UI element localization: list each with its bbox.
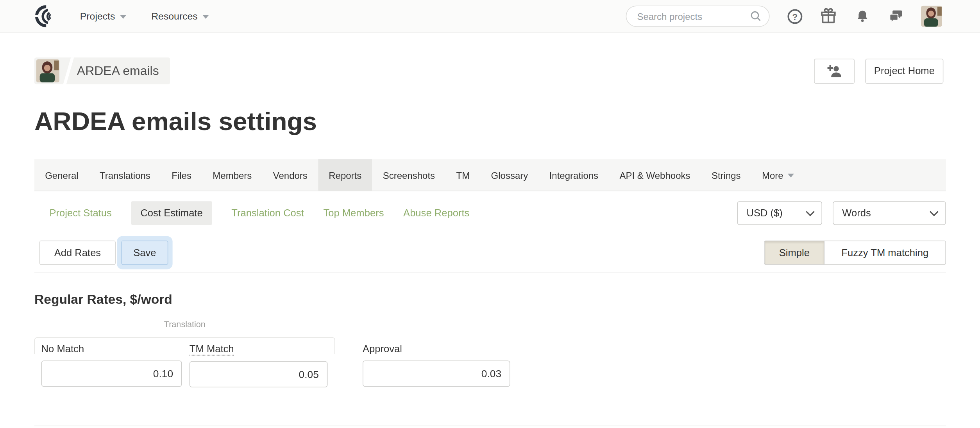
header-actions: Project Home: [814, 59, 943, 84]
rates-action-row: Add Rates Save Simple Fuzzy TM matching: [34, 240, 946, 266]
tm-match-label: TM Match: [190, 344, 234, 355]
chevron-down-icon: [203, 15, 209, 19]
page-title: ARDEA emails settings: [34, 107, 946, 136]
approval-field: Approval: [363, 344, 510, 387]
matching-mode-toggle: Simple Fuzzy TM matching: [764, 241, 946, 265]
top-nav: Projects Resources ?: [0, 0, 980, 33]
save-button[interactable]: Save: [121, 241, 168, 265]
tab-files[interactable]: Files: [161, 159, 202, 191]
chevron-down-icon: [788, 174, 794, 178]
no-match-label: No Match: [41, 344, 84, 355]
project-avatar: [36, 59, 59, 82]
invite-member-button[interactable]: [814, 59, 855, 84]
mode-simple-button[interactable]: Simple: [765, 241, 824, 264]
report-filters: USD ($) Words: [737, 201, 946, 225]
add-rates-button[interactable]: Add Rates: [39, 241, 116, 265]
breadcrumb-project-name: ARDEA emails: [77, 64, 159, 78]
reports-subtabs: Project Status Cost Estimate Translation…: [34, 201, 946, 225]
subtab-translation-cost[interactable]: Translation Cost: [231, 207, 304, 219]
tab-more-label: More: [762, 170, 783, 180]
resources-menu[interactable]: Resources: [151, 11, 209, 22]
subtab-abuse-reports[interactable]: Abuse Reports: [403, 207, 469, 219]
tab-screenshots[interactable]: Screenshots: [372, 159, 445, 191]
currency-select-value: USD ($): [746, 207, 782, 219]
add-person-icon: [826, 63, 842, 78]
subtab-project-status[interactable]: Project Status: [49, 207, 111, 219]
page: Projects Resources ?: [0, 0, 980, 428]
chevron-down-icon: [930, 207, 939, 216]
tm-match-input[interactable]: [190, 361, 328, 387]
section-divider: [34, 272, 946, 273]
unit-select-value: Words: [842, 207, 871, 219]
no-match-field: No Match: [41, 344, 182, 387]
projects-menu[interactable]: Projects: [80, 11, 126, 22]
tab-api-webhooks[interactable]: API & Webhooks: [609, 159, 701, 191]
notifications-bell-icon[interactable]: [853, 7, 871, 25]
translation-group-label: Translation: [34, 320, 335, 329]
help-icon[interactable]: ?: [786, 7, 803, 25]
settings-tabbar: General Translations Files Members Vendo…: [34, 159, 946, 191]
rates-group: Translation No Match TM Match Approval: [34, 320, 946, 394]
currency-select[interactable]: USD ($): [737, 201, 822, 225]
tab-vendors[interactable]: Vendors: [263, 159, 318, 191]
search-input[interactable]: [626, 5, 770, 27]
help-glyph: ?: [792, 12, 798, 21]
bottom-divider: [34, 426, 946, 426]
tab-translations[interactable]: Translations: [89, 159, 161, 191]
breadcrumb-separator: [61, 57, 75, 84]
tab-integrations[interactable]: Integrations: [538, 159, 609, 191]
subtab-cost-estimate[interactable]: Cost Estimate: [131, 201, 212, 225]
approval-label: Approval: [363, 344, 402, 355]
chevron-down-icon: [806, 207, 815, 216]
projects-menu-label: Projects: [80, 11, 115, 22]
no-match-input[interactable]: [41, 360, 182, 387]
approval-input[interactable]: [363, 360, 510, 387]
tab-reports[interactable]: Reports: [318, 159, 372, 191]
tab-tm[interactable]: TM: [445, 159, 480, 191]
user-avatar[interactable]: [921, 5, 942, 27]
search-projects: [626, 5, 770, 27]
messages-icon[interactable]: [887, 7, 905, 25]
unit-select[interactable]: Words: [833, 201, 946, 225]
tab-strings[interactable]: Strings: [701, 159, 751, 191]
tab-general[interactable]: General: [34, 159, 89, 191]
breadcrumb-row: ARDEA emails Project Home: [34, 57, 946, 84]
mode-fuzzy-tm-button[interactable]: Fuzzy TM matching: [824, 241, 945, 264]
logo-slit: [34, 15, 41, 17]
search-icon[interactable]: [749, 9, 763, 23]
project-home-button[interactable]: Project Home: [865, 59, 943, 84]
nav-right-cluster: ?: [626, 5, 942, 27]
main-content: ARDEA emails Project Home ARDE: [34, 57, 946, 426]
tab-glossary[interactable]: Glossary: [480, 159, 538, 191]
tab-members[interactable]: Members: [202, 159, 262, 191]
breadcrumb[interactable]: ARDEA emails: [34, 57, 170, 84]
tm-match-field: TM Match: [190, 344, 328, 387]
rates-heading: Regular Rates, $/word: [34, 292, 946, 307]
chevron-down-icon: [120, 15, 126, 19]
resources-menu-label: Resources: [151, 11, 198, 22]
gift-icon[interactable]: [820, 7, 837, 25]
tab-more[interactable]: More: [751, 159, 805, 191]
app-logo-icon[interactable]: [31, 4, 57, 29]
subtab-top-members[interactable]: Top Members: [323, 207, 384, 219]
